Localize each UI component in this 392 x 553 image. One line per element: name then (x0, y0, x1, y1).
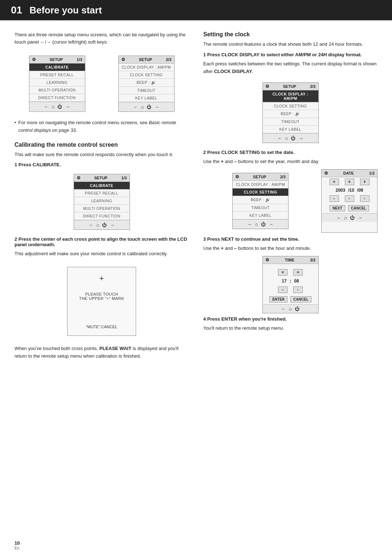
rs-cs-clocksetting[interactable]: CLOCK SETTING (233, 188, 288, 196)
home-cs[interactable]: ⌂ (255, 221, 258, 227)
rs-item-learning[interactable]: LEARNING (29, 79, 85, 86)
rs-item-preset-recall[interactable]: PRESET RECALL (29, 71, 85, 79)
step3-clock-heading: 3 Press NEXT to continue and set the tim… (203, 236, 377, 242)
power-cs[interactable]: ⏻ (261, 221, 266, 227)
rs-item-clock-display[interactable]: CLOCK DISPLAY : AM/PM (119, 64, 174, 71)
rs-cs-clockdisplay[interactable]: CLOCK DISPLAY : AM/PM (233, 181, 288, 188)
power-dt[interactable]: ⏻ (350, 215, 355, 220)
clock-display-screen-wrapper: ⚙ SETUP 2/3 CLOCK DISPLAY : AM/PM CLOCK … (203, 79, 377, 147)
time-cancel-btn[interactable]: CANCEL (290, 296, 311, 302)
time-footer: ← ⌂ ⏻ (263, 304, 318, 313)
crosshair-screen-wrapper: + PLEASE TOUCHTHE UPPER "+" MARK "MUTE":… (15, 261, 189, 341)
rs-title-1: SETUP (50, 57, 63, 62)
arrow-left-cal[interactable]: ← (89, 222, 94, 228)
time-min-minus[interactable]: - (293, 286, 303, 293)
setup-icon-1: ⚙ (32, 57, 36, 62)
calibrate-heading: Calibrating the remote control screen (15, 142, 189, 148)
dt-month-minus[interactable]: - (345, 195, 354, 202)
rs-cal-learning[interactable]: LEARNING (74, 197, 130, 205)
rs-item-direct-fn[interactable]: DIRECT FUNCTION (29, 94, 85, 102)
dt-year-minus[interactable]: - (330, 195, 339, 202)
page-lang: En (15, 546, 19, 550)
rs-cal-multi[interactable]: MULTI OPERATION (74, 205, 130, 212)
dt-cancel-btn[interactable]: CANCEL (348, 205, 369, 211)
rs-cd-clockdisplay[interactable]: CLOCK DISPLAY : AM/PM (263, 90, 318, 102)
dt-year-plus[interactable]: + (330, 179, 339, 185)
rs-item-calibrate[interactable]: CALIBRATE (29, 64, 85, 71)
rs-page-2: 2/3 (166, 57, 171, 62)
rs-cd-keylabel[interactable]: KEY LABEL (263, 126, 318, 133)
time-hour-plus[interactable]: + (278, 269, 287, 276)
rs-item-multi-op[interactable]: MULTI OPERATION (29, 86, 85, 94)
step4-clock-body: You'll return to the remote setup menu. (203, 325, 377, 332)
arrow-right-cs[interactable]: → (269, 221, 273, 227)
rs-cs-keylabel[interactable]: KEY LABEL (233, 212, 288, 219)
rs-cd-timeout[interactable]: TIMEOUT (263, 118, 318, 126)
rs-footer-cs: ← ⌂ ⏻ → (233, 219, 288, 229)
dt-action-row: NEXT CANCEL (322, 203, 377, 213)
rs-header-1: ⚙ SETUP 1/3 (29, 56, 85, 64)
dt-day-minus[interactable]: - (360, 195, 369, 202)
arrow-right-cal[interactable]: → (110, 222, 114, 228)
arrow-right-cd[interactable]: → (298, 135, 303, 141)
rs-item-key-label[interactable]: KEY LABEL (119, 94, 174, 102)
rs-footer-cd: ← ⌂ ⏻ → (263, 133, 318, 143)
home-dt[interactable]: ⌂ (344, 215, 347, 220)
time-action-row: ENTER CANCEL (263, 294, 318, 304)
dt-minus-row: - - - (322, 194, 377, 203)
time-hour-minus[interactable]: - (278, 286, 287, 293)
rs-item-timeout[interactable]: TIMEOUT (119, 87, 174, 94)
time-min-plus[interactable]: + (293, 269, 303, 276)
rs-header-cal: ⚙ SETUP 1/3 (74, 174, 130, 182)
rs-cal-preset[interactable]: PRESET RECALL (74, 190, 130, 197)
dt-next-btn[interactable]: NEXT (330, 205, 345, 211)
setup-icon-2: ⚙ (121, 57, 125, 62)
time-min-val: 08 (294, 278, 299, 284)
time-values: 17 : 08 (263, 277, 318, 285)
arrow-left-icon-2[interactable]: ← (134, 104, 138, 110)
rs-item-clock-setting[interactable]: CLOCK SETTING (119, 71, 174, 79)
bullet-dot: • (15, 119, 16, 134)
dt-footer: ← ⌂ ⏻ → (322, 213, 377, 222)
dt-month-val: /10 (348, 188, 354, 193)
clock-section: Setting the clock The remote control fea… (203, 31, 377, 332)
bullet-text: For more on navigating the remote contro… (19, 119, 189, 134)
dt-day-plus[interactable]: + (360, 179, 369, 185)
power-time[interactable]: ⏻ (295, 306, 299, 312)
chapter-title: Before you start (29, 5, 102, 16)
time-enter-btn[interactable]: ENTER (269, 296, 287, 302)
arrow-left-cd[interactable]: ← (278, 135, 282, 141)
arrow-right-icon-1[interactable]: → (65, 104, 70, 109)
home-time[interactable]: ⌂ (289, 306, 292, 312)
arrow-left-dt[interactable]: ← (336, 215, 341, 220)
rs-cal-direct[interactable]: DIRECT FUNCTION (74, 212, 130, 220)
crosshair-symbol: + (99, 274, 104, 283)
power-cal[interactable]: ⏻ (102, 222, 107, 228)
arrow-right-dt[interactable]: → (358, 215, 362, 220)
arrow-left-time[interactable]: ← (281, 306, 286, 312)
power-cd[interactable]: ⏻ (291, 135, 295, 141)
rs-cs-beep[interactable]: BEEP : 🔊 (233, 196, 288, 204)
rs-page-cs: 2/3 (280, 175, 286, 179)
arrow-right-icon-2[interactable]: → (154, 104, 159, 110)
home-cal[interactable]: ⌂ (97, 222, 99, 228)
arrow-left-cs[interactable]: ← (248, 221, 252, 227)
right-column: Setting the clock The remote control fea… (203, 31, 377, 364)
rs-cal-calibrate[interactable]: CALIBRATE (74, 182, 130, 190)
arrow-left-icon-1[interactable]: ← (44, 104, 49, 109)
home-icon-1[interactable]: ⌂ (52, 104, 55, 109)
rs-item-beep[interactable]: BEEP : 🔊 (119, 79, 174, 87)
home-cd[interactable]: ⌂ (285, 135, 288, 141)
power-icon-1[interactable]: ⏻ (57, 104, 62, 109)
page-number: 10 (15, 540, 20, 546)
step4-clock-heading: 4 Press ENTER when you're finished. (203, 316, 377, 322)
dt-month-plus[interactable]: + (345, 179, 354, 185)
left-column: There are three remote setup menu screen… (15, 31, 189, 364)
rs-cs-timeout[interactable]: TIMEOUT (233, 204, 288, 212)
rs-cd-beep[interactable]: BEEP : 🔊 (263, 110, 318, 118)
home-icon-2[interactable]: ⌂ (141, 104, 144, 110)
time-screen: ⚙ TIME 2/2 + + 17 : 08 - (262, 256, 319, 313)
chapter-number: 01 (11, 4, 22, 16)
rs-cd-clocksetting[interactable]: CLOCK SETTING (263, 102, 318, 110)
power-icon-2[interactable]: ⏻ (147, 104, 151, 110)
